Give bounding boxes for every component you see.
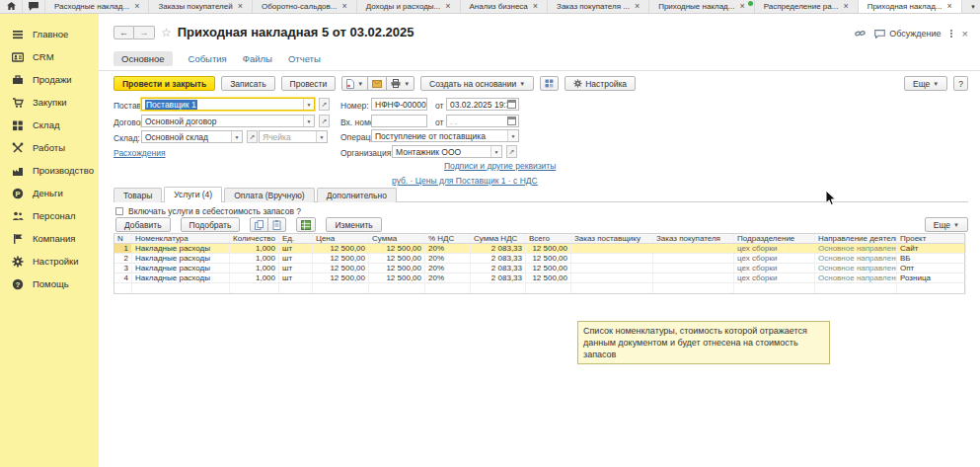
calendar-icon[interactable] <box>507 100 516 109</box>
column-header[interactable]: Всего <box>526 234 571 243</box>
sidebar-item-settings[interactable]: Настройки <box>0 250 99 272</box>
table-row[interactable]: 1Накладные расходы1,000шт12 500,0012 500… <box>114 244 964 254</box>
topbar-document-tab[interactable]: Анализ бизнеса× <box>461 0 549 13</box>
column-header[interactable]: Номенклатура <box>132 234 230 243</box>
warehouse-field[interactable]: Основной склад ▼ <box>141 130 243 143</box>
discrepancies-link[interactable]: Расхождения <box>113 148 166 158</box>
column-header[interactable]: Цена <box>313 234 369 243</box>
table-row[interactable]: 2Накладные расходы1,000шт12 500,0012 500… <box>114 254 964 264</box>
tab-services[interactable]: Услуги (4) <box>164 187 222 202</box>
sidebar-item-home[interactable]: Главное <box>0 23 99 45</box>
topbar-document-tab[interactable]: Распределение ра...× <box>755 0 859 13</box>
home-icon[interactable] <box>0 0 23 13</box>
operation-field[interactable]: Поступление от поставщика ▼ <box>371 129 519 142</box>
column-header[interactable]: N <box>114 234 132 243</box>
incoming-number-field[interactable] <box>371 115 427 127</box>
chevron-down-icon[interactable]: ▼ <box>316 131 327 142</box>
chevron-down-icon[interactable]: ▼ <box>303 99 314 110</box>
column-header[interactable]: Ед. <box>279 234 313 243</box>
sidebar-item-works[interactable]: Работы <box>0 136 99 159</box>
column-header[interactable]: Подразделение <box>734 234 815 243</box>
table-more-button[interactable]: Еще▼ <box>925 217 968 232</box>
warehouse-open-icon[interactable]: ↗ <box>247 130 258 143</box>
column-header[interactable]: Заказ покупателя <box>653 234 734 243</box>
tab-goods[interactable]: Товары <box>113 188 162 202</box>
load-from-file-button[interactable] <box>296 217 316 232</box>
prices-currency-link[interactable]: руб. · Цены для Поставщик 1 · с НДС <box>392 176 538 186</box>
column-header[interactable]: % НДС <box>425 234 471 243</box>
close-icon[interactable]: × <box>947 2 952 11</box>
column-header[interactable]: Количество <box>230 234 279 243</box>
contract-field[interactable]: Основной договор ▼ <box>141 115 315 127</box>
tab-payment[interactable]: Оплата (Вручную) <box>224 188 315 202</box>
supplier-field[interactable]: Поставщик 1 ▼ <box>141 98 315 111</box>
cell-field[interactable]: Ячейка ▼ <box>259 130 328 143</box>
email-button[interactable] <box>367 76 387 91</box>
topbar-document-tab[interactable]: Оборотно-сальдов...× <box>253 0 357 13</box>
sidebar-item-help[interactable]: ? Помощь <box>0 272 99 295</box>
tab-additional[interactable]: Дополнительно <box>317 188 397 202</box>
favorite-star-icon[interactable]: ☆ <box>161 26 172 39</box>
supplier-open-icon[interactable]: ↗ <box>319 98 330 111</box>
close-icon[interactable]: × <box>843 2 848 11</box>
post-and-close-button[interactable]: Провести и закрыть <box>113 76 215 91</box>
signatures-link[interactable]: Подписи и другие реквизиты <box>444 161 556 171</box>
chevron-down-icon[interactable]: ▼ <box>490 146 501 157</box>
table-row[interactable]: 4Накладные расходы1,000шт12 500,0012 500… <box>114 273 964 283</box>
post-button[interactable]: Провести <box>281 76 337 91</box>
topbar-document-tab[interactable]: Доходы и расходы...× <box>357 0 461 13</box>
sidebar-item-crm[interactable]: CRM <box>0 45 99 68</box>
chevron-down-icon[interactable]: ▼ <box>507 130 518 141</box>
topbar-document-tab[interactable]: Заказ покупателя ...× <box>548 0 649 13</box>
organization-open-icon[interactable]: ↗ <box>506 145 517 158</box>
tab-events[interactable]: События <box>188 53 227 64</box>
sidebar-item-company[interactable]: Компания <box>0 227 99 250</box>
sidebar-item-purchases[interactable]: Закупки <box>0 91 99 114</box>
help-button[interactable]: ? <box>953 76 968 91</box>
close-icon[interactable]: × <box>238 2 243 11</box>
column-header[interactable]: Направление деятельн.. <box>815 234 897 243</box>
close-icon[interactable]: × <box>739 2 744 11</box>
chat-icon[interactable] <box>23 0 45 13</box>
copy-rows-button[interactable] <box>250 217 268 232</box>
contract-open-icon[interactable]: ↗ <box>319 115 330 127</box>
create-based-on-button[interactable]: Создать на основании ▼ <box>420 76 534 91</box>
chevron-down-icon[interactable]: ▼ <box>303 116 314 126</box>
close-icon[interactable]: × <box>635 2 640 11</box>
tab-files[interactable]: Файлы <box>243 53 272 64</box>
paste-rows-button[interactable] <box>267 217 286 232</box>
print-button[interactable]: ▼ <box>386 76 415 91</box>
add-row-button[interactable]: Добавить <box>115 217 171 232</box>
close-icon[interactable]: × <box>134 2 139 11</box>
edit-button[interactable]: Изменить <box>326 217 381 232</box>
sidebar-item-warehouse[interactable]: Склад <box>0 114 99 136</box>
settings-button[interactable]: Настройка <box>565 76 636 91</box>
back-button[interactable]: ← <box>113 26 134 39</box>
save-button[interactable]: Записать <box>221 76 274 91</box>
column-header[interactable]: Заказ поставщику <box>571 234 653 243</box>
sidebar-item-personnel[interactable]: Персонал <box>0 204 99 227</box>
column-header[interactable]: Сумма <box>369 234 425 243</box>
close-document-icon[interactable]: × <box>962 28 968 39</box>
link-icon[interactable] <box>855 29 866 39</box>
more-button[interactable]: Еще▼ <box>904 76 947 91</box>
include-services-checkbox[interactable] <box>115 207 123 215</box>
column-header[interactable]: Сумма НДС <box>471 234 526 243</box>
number-field[interactable]: НФНФ-000005 <box>371 98 427 111</box>
sidebar-item-production[interactable]: Производство <box>0 159 99 182</box>
column-header[interactable]: Проект <box>897 234 966 243</box>
close-icon[interactable]: × <box>533 2 538 11</box>
topbar-document-tab[interactable]: Расходные наклад...× <box>45 0 149 13</box>
tabs-overflow-icon[interactable]: ▾ <box>966 0 980 13</box>
topbar-document-tab[interactable]: Заказы покупателей× <box>149 0 253 13</box>
sidebar-item-money[interactable]: P Деньги <box>0 182 99 204</box>
posting-report-button[interactable]: ▼ <box>341 76 368 91</box>
incoming-date-field[interactable]: . . <box>446 115 519 127</box>
close-icon[interactable]: × <box>341 2 346 11</box>
forward-button[interactable]: → <box>134 26 155 39</box>
organization-field[interactable]: Монтажник ООО ▼ <box>392 145 502 158</box>
table-row[interactable]: 3Накладные расходы1,000шт12 500,0012 500… <box>114 264 964 273</box>
more-menu-icon[interactable] <box>950 29 953 39</box>
subordination-structure-button[interactable] <box>540 76 559 91</box>
topbar-document-tab[interactable]: Приходная наклад...× <box>859 0 962 13</box>
